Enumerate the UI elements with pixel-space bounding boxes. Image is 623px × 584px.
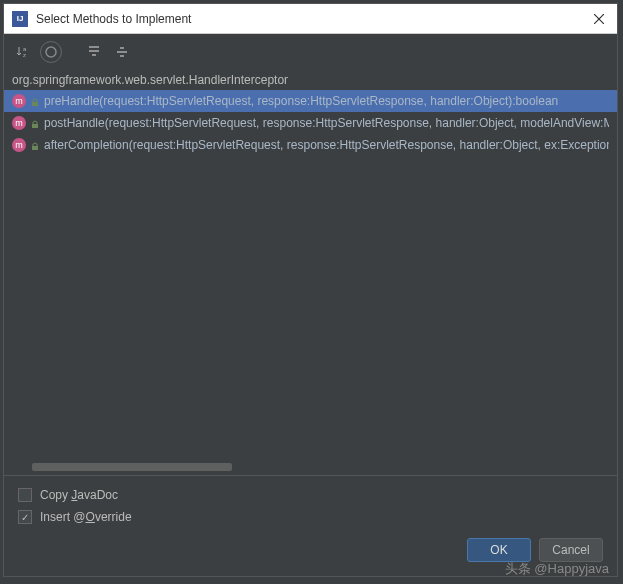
- method-item[interactable]: afterCompletion(request:HttpServletReque…: [4, 134, 617, 156]
- horizontal-scrollbar[interactable]: [12, 461, 609, 473]
- app-icon: [12, 11, 28, 27]
- checkbox-label: Insert @Override: [40, 510, 132, 524]
- collapse-all-button[interactable]: [110, 40, 134, 64]
- checkbox-label: Copy JavaDoc: [40, 488, 118, 502]
- button-row: OK Cancel: [18, 538, 603, 562]
- method-signature: preHandle(request:HttpServletRequest, re…: [44, 94, 558, 108]
- close-icon: [594, 14, 604, 24]
- method-icon: [12, 116, 26, 130]
- sort-alpha-icon: az: [16, 44, 32, 60]
- titlebar: Select Methods to Implement: [4, 4, 617, 34]
- checkbox-box[interactable]: [18, 488, 32, 502]
- bottom-panel: Copy JavaDoc Insert @Override OK Cancel: [4, 475, 617, 576]
- svg-point-4: [46, 47, 56, 57]
- lock-icon: [30, 118, 40, 128]
- svg-text:z: z: [23, 52, 26, 58]
- copy-javadoc-checkbox[interactable]: Copy JavaDoc: [18, 484, 603, 506]
- svg-rect-6: [32, 124, 38, 128]
- dialog-title: Select Methods to Implement: [36, 12, 589, 26]
- cancel-button[interactable]: Cancel: [539, 538, 603, 562]
- circle-icon: [44, 45, 58, 59]
- method-signature: afterCompletion(request:HttpServletReque…: [44, 138, 609, 152]
- method-item[interactable]: preHandle(request:HttpServletRequest, re…: [4, 90, 617, 112]
- lock-icon: [30, 140, 40, 150]
- dialog-window: Select Methods to Implement az org.sprin…: [3, 3, 618, 577]
- insert-override-checkbox[interactable]: Insert @Override: [18, 506, 603, 528]
- method-signature: postHandle(request:HttpServletRequest, r…: [44, 116, 609, 130]
- close-button[interactable]: [589, 9, 609, 29]
- checkbox-box[interactable]: [18, 510, 32, 524]
- method-item[interactable]: postHandle(request:HttpServletRequest, r…: [4, 112, 617, 134]
- sort-alpha-button[interactable]: az: [12, 40, 36, 64]
- lock-icon: [30, 96, 40, 106]
- method-list[interactable]: preHandle(request:HttpServletRequest, re…: [4, 90, 617, 461]
- expand-all-button[interactable]: [82, 40, 106, 64]
- method-icon: [12, 94, 26, 108]
- expand-all-icon: [87, 45, 101, 59]
- method-icon: [12, 138, 26, 152]
- show-inherited-button[interactable]: [40, 41, 62, 63]
- svg-rect-7: [32, 146, 38, 150]
- toolbar: az: [4, 34, 617, 70]
- collapse-all-icon: [115, 45, 129, 59]
- ok-button[interactable]: OK: [467, 538, 531, 562]
- scrollbar-thumb[interactable]: [32, 463, 232, 471]
- class-name-label: org.springframework.web.servlet.HandlerI…: [4, 70, 617, 90]
- svg-rect-5: [32, 102, 38, 106]
